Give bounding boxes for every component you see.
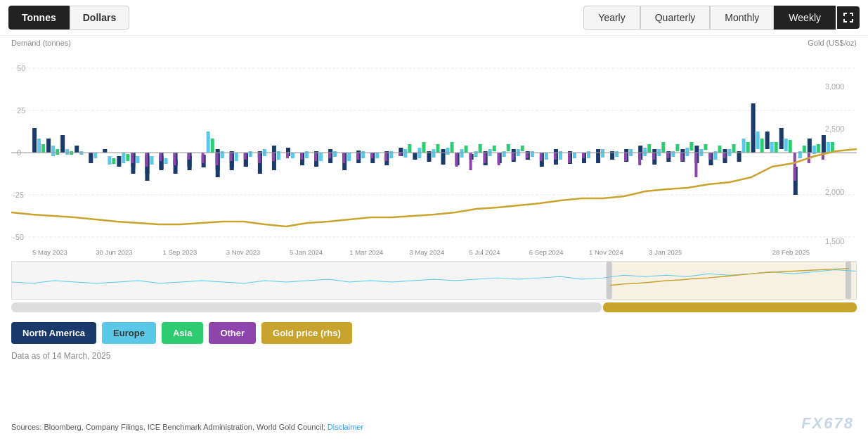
svg-text:5 Jan 2024: 5 Jan 2024: [290, 248, 323, 256]
navigator-chart[interactable]: [11, 261, 857, 300]
svg-rect-163: [817, 144, 820, 153]
svg-rect-152: [661, 142, 665, 153]
svg-rect-182: [370, 153, 373, 158]
svg-rect-146: [465, 146, 468, 153]
legend-north-america[interactable]: North America: [11, 322, 96, 344]
svg-rect-157: [732, 144, 736, 153]
main-chart-svg: 50 25 0 -25 -50 3,000 2,500 2,000 1,500: [11, 47, 857, 258]
svg-rect-155: [704, 144, 707, 150]
svg-text:1,500: 1,500: [825, 237, 845, 245]
svg-rect-70: [822, 135, 826, 153]
svg-rect-168: [174, 153, 176, 165]
data-as-of-date: 14 March, 2025: [52, 351, 110, 361]
svg-rect-114: [531, 151, 534, 157]
svg-rect-200: [694, 153, 697, 177]
svg-rect-15: [46, 139, 51, 153]
svg-rect-197: [652, 153, 655, 160]
svg-rect-171: [216, 153, 219, 165]
svg-rect-169: [188, 153, 190, 160]
svg-rect-139: [112, 158, 115, 164]
svg-text:25: 25: [17, 106, 25, 115]
svg-rect-147: [479, 144, 482, 153]
expand-button[interactable]: [837, 6, 860, 29]
svg-rect-191: [540, 153, 543, 161]
svg-rect-137: [56, 149, 59, 155]
svg-text:30 Jun 2023: 30 Jun 2023: [96, 248, 132, 256]
svg-rect-17: [75, 146, 79, 153]
svg-text:5 Jul 2024: 5 Jul 2024: [469, 248, 500, 256]
svg-rect-119: [601, 149, 604, 158]
time-buttons: Yearly Quarterly Monthly Weekly: [583, 6, 860, 30]
svg-rect-193: [568, 153, 571, 163]
svg-text:-50: -50: [13, 233, 24, 241]
scrollbar-right[interactable]: [603, 302, 857, 312]
svg-rect-110: [474, 151, 478, 157]
svg-rect-41: [413, 153, 417, 160]
svg-text:3 May 2024: 3 May 2024: [409, 248, 444, 256]
svg-rect-94: [249, 151, 252, 157]
svg-rect-67: [779, 128, 784, 149]
expand-icon: [843, 12, 854, 23]
svg-rect-91: [207, 132, 210, 153]
quarterly-button[interactable]: Quarterly: [640, 6, 711, 30]
svg-rect-14: [32, 128, 37, 153]
svg-rect-85: [93, 153, 97, 158]
svg-rect-186: [469, 153, 472, 170]
svg-rect-124: [671, 151, 675, 157]
legend-europe[interactable]: Europe: [102, 322, 156, 344]
svg-rect-166: [145, 153, 148, 167]
svg-rect-192: [554, 153, 557, 160]
left-axis-label: Demand (tonnes): [11, 39, 71, 47]
svg-rect-20: [117, 156, 121, 167]
svg-rect-161: [789, 140, 792, 153]
svg-rect-196: [638, 153, 641, 165]
legend-other[interactable]: Other: [209, 322, 256, 344]
dollars-button[interactable]: Dollars: [70, 6, 129, 30]
scrollbar-left[interactable]: [11, 302, 602, 312]
svg-rect-65: [751, 103, 756, 153]
svg-text:2,000: 2,000: [825, 188, 845, 196]
svg-rect-198: [666, 153, 669, 158]
svg-rect-162: [803, 146, 806, 153]
disclaimer-link[interactable]: Disclaimer: [328, 423, 363, 431]
svg-rect-66: [765, 132, 770, 149]
svg-rect-82: [51, 146, 55, 156]
svg-rect-199: [680, 153, 683, 161]
top-bar: Tonnes Dollars Yearly Quarterly Monthly …: [0, 0, 868, 36]
svg-rect-132: [784, 139, 788, 151]
svg-rect-109: [460, 149, 464, 158]
svg-rect-97: [291, 153, 294, 158]
yearly-button[interactable]: Yearly: [583, 6, 640, 30]
svg-rect-107: [432, 149, 435, 158]
svg-rect-173: [244, 153, 247, 160]
legend-asia[interactable]: Asia: [162, 322, 203, 344]
svg-rect-187: [484, 153, 486, 163]
svg-rect-201: [708, 153, 711, 160]
svg-text:1 Mar 2024: 1 Mar 2024: [349, 248, 383, 256]
svg-rect-99: [319, 153, 323, 161]
chart-axis-labels: Demand (tonnes) Gold (US$/oz): [0, 36, 868, 47]
svg-text:6 Sep 2024: 6 Sep 2024: [529, 248, 564, 256]
svg-text:-25: -25: [13, 191, 24, 199]
svg-rect-86: [108, 156, 111, 165]
weekly-button[interactable]: Weekly: [774, 6, 836, 30]
monthly-button[interactable]: Monthly: [710, 6, 774, 30]
svg-rect-88: [136, 156, 139, 163]
svg-rect-185: [455, 153, 458, 167]
svg-rect-189: [512, 153, 514, 160]
svg-rect-176: [286, 153, 289, 158]
legend-gold-price[interactable]: Gold price (rhs): [261, 322, 352, 344]
tonnes-button[interactable]: Tonnes: [8, 6, 70, 30]
svg-text:50: 50: [17, 64, 25, 72]
svg-rect-190: [526, 153, 529, 158]
svg-rect-112: [503, 151, 506, 157]
svg-rect-148: [493, 146, 496, 151]
svg-text:1 Sep 2023: 1 Sep 2023: [163, 248, 197, 256]
svg-rect-172: [230, 153, 233, 161]
svg-rect-16: [60, 135, 65, 153]
svg-rect-183: [384, 153, 387, 161]
svg-rect-143: [422, 142, 425, 153]
svg-rect-158: [746, 142, 750, 153]
data-as-of-prefix: Data as of: [11, 351, 52, 361]
svg-rect-177: [300, 153, 303, 160]
